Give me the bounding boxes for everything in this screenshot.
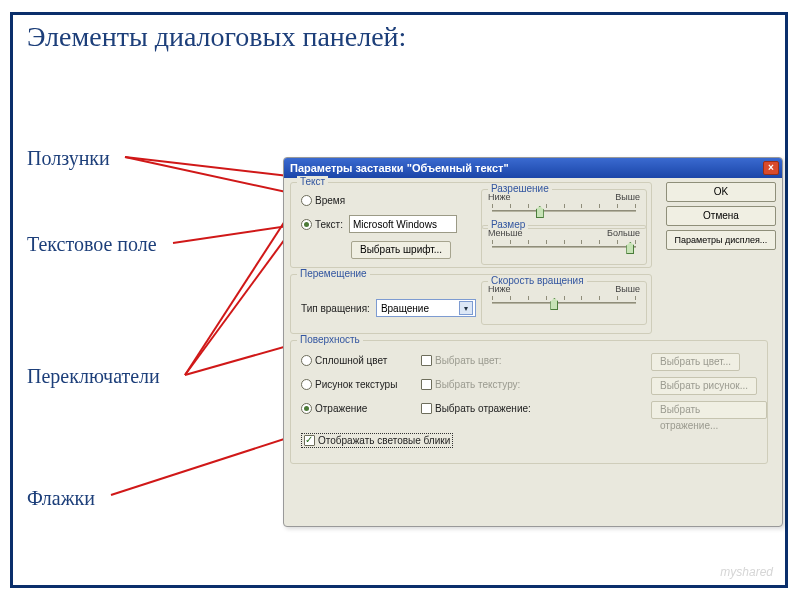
radio-text-label: Текст:: [315, 219, 343, 230]
ok-button[interactable]: OK: [666, 182, 776, 202]
check-specular[interactable]: Отображать световые блики: [301, 433, 453, 448]
checkbox-icon: [304, 435, 315, 446]
check-choose-reflection-label: Выбрать отражение:: [435, 403, 531, 414]
label-checks: Флажки: [27, 487, 95, 510]
spin-type-label: Тип вращения:: [301, 303, 370, 314]
check-choose-texture: Выбрать текстуру:: [421, 379, 520, 390]
label-radios: Переключатели: [27, 365, 160, 388]
radio-reflection[interactable]: Отражение: [301, 403, 367, 414]
choose-font-button[interactable]: Выбрать шрифт...: [351, 241, 451, 259]
choose-reflection-button: Выбрать отражение...: [651, 401, 767, 419]
check-choose-texture-label: Выбрать текстуру:: [435, 379, 520, 390]
radio-icon: [301, 219, 312, 230]
radio-reflection-label: Отражение: [315, 403, 367, 414]
checkbox-icon: [421, 355, 432, 366]
dialog-titlebar[interactable]: Параметры заставки "Объемный текст" ×: [284, 158, 782, 178]
group-surface-title: Поверхность: [297, 334, 363, 345]
dialog-right-buttons: OK Отмена Параметры дисплея...: [666, 182, 776, 254]
close-button[interactable]: ×: [763, 161, 779, 175]
subgroup-size: Размер Меньше Больше: [481, 225, 647, 265]
dialog-window: Параметры заставки "Объемный текст" × OK…: [283, 157, 783, 527]
subgroup-speed: Скорость вращения Ниже Выше: [481, 281, 647, 325]
group-text-title: Текст: [297, 176, 328, 187]
check-choose-reflection[interactable]: Выбрать отражение:: [421, 403, 531, 414]
group-surface: Поверхность Сплошной цвет Выбрать цвет: …: [290, 340, 768, 464]
radio-solid-color[interactable]: Сплошной цвет: [301, 355, 387, 366]
size-low: Меньше: [488, 228, 523, 238]
dialog-title: Параметры заставки "Объемный текст": [290, 162, 509, 174]
choose-color-button: Выбрать цвет...: [651, 353, 740, 371]
group-move-title: Перемещение: [297, 268, 370, 279]
radio-icon: [301, 403, 312, 414]
radio-time[interactable]: Время: [301, 195, 345, 206]
watermark: myshared: [720, 565, 773, 579]
radio-text[interactable]: Текст:: [301, 219, 343, 230]
choose-texture-button: Выбрать рисунок...: [651, 377, 757, 395]
check-choose-color-label: Выбрать цвет:: [435, 355, 502, 366]
chevron-down-icon: ▾: [459, 301, 473, 315]
display-params-button[interactable]: Параметры дисплея...: [666, 230, 776, 250]
check-choose-color: Выбрать цвет:: [421, 355, 502, 366]
speed-slider[interactable]: [488, 296, 640, 310]
spin-type-value: Вращение: [381, 303, 429, 314]
size-slider[interactable]: [488, 240, 640, 254]
spin-type-combo[interactable]: Вращение ▾: [376, 299, 476, 317]
checkbox-icon: [421, 403, 432, 414]
label-textfield: Текстовое поле: [27, 233, 157, 256]
group-text: Текст Время Текст: Выбрать шрифт... Разр…: [290, 182, 652, 268]
radio-icon: [301, 379, 312, 390]
radio-texture[interactable]: Рисунок текстуры: [301, 379, 397, 390]
slide-frame: Элементы диалоговых панелей: Ползунки Те…: [10, 12, 788, 588]
radio-icon: [301, 195, 312, 206]
dialog-client: OK Отмена Параметры дисплея... Текст Вре…: [284, 178, 782, 526]
size-high: Больше: [607, 228, 640, 238]
checkbox-icon: [421, 379, 432, 390]
speed-high: Выше: [615, 284, 640, 294]
text-input[interactable]: [349, 215, 457, 233]
cancel-button[interactable]: Отмена: [666, 206, 776, 226]
group-move: Перемещение Тип вращения: Вращение ▾ Ско…: [290, 274, 652, 334]
radio-icon: [301, 355, 312, 366]
radio-texture-label: Рисунок текстуры: [315, 379, 397, 390]
radio-solid-label: Сплошной цвет: [315, 355, 387, 366]
resolution-high: Выше: [615, 192, 640, 202]
resolution-slider[interactable]: [488, 204, 640, 218]
label-sliders: Ползунки: [27, 147, 110, 170]
svg-line-6: [111, 431, 309, 495]
radio-time-label: Время: [315, 195, 345, 206]
resolution-low: Ниже: [488, 192, 511, 202]
speed-low: Ниже: [488, 284, 511, 294]
check-specular-label: Отображать световые блики: [318, 435, 450, 446]
slide-title: Элементы диалоговых панелей:: [27, 21, 406, 53]
